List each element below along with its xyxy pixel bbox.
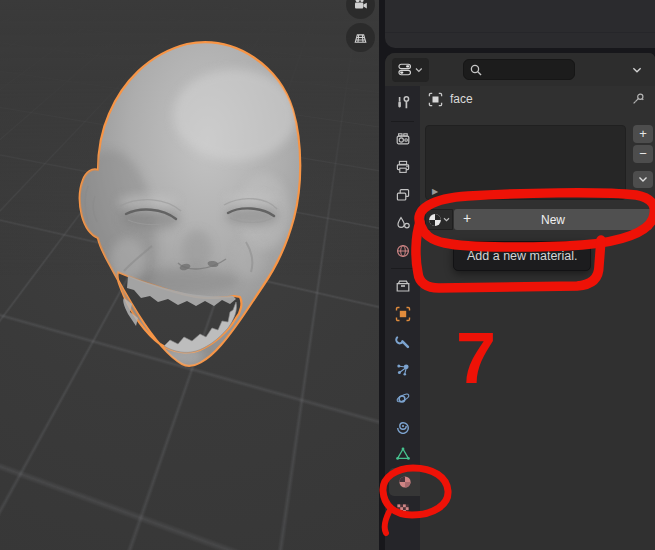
- tab-modifiers[interactable]: [385, 328, 420, 356]
- chevron-down-icon: [443, 217, 450, 222]
- orthographic-grid-button[interactable]: [346, 23, 375, 52]
- camera-icon: [353, 0, 369, 13]
- annotation-step-number: 7: [456, 322, 496, 394]
- object-icon: [428, 92, 443, 107]
- constraint-spiral-icon: [395, 418, 411, 434]
- breadcrumb: face: [420, 86, 655, 112]
- blender-window: face ▶: [0, 0, 655, 550]
- search-input[interactable]: [486, 62, 568, 78]
- view-layer-icon: [395, 187, 411, 203]
- slot-expand-triangle[interactable]: ▶: [432, 188, 438, 196]
- search-icon: [470, 64, 482, 76]
- texture-checker-icon: [395, 502, 411, 518]
- pin-icon: [631, 92, 645, 106]
- tab-scene[interactable]: [385, 209, 420, 237]
- add-slot-button[interactable]: +: [633, 125, 653, 143]
- slot-list-resize-grip[interactable]: [518, 188, 533, 194]
- pin-button[interactable]: [631, 92, 645, 106]
- collection-box-icon: [395, 278, 411, 294]
- slot-specials-button[interactable]: [633, 171, 653, 188]
- tab-material[interactable]: [389, 468, 420, 496]
- grid-icon: [352, 29, 369, 46]
- tab-view-layer[interactable]: [385, 181, 420, 209]
- wrench-icon: [395, 334, 411, 350]
- tab-object-data[interactable]: [385, 440, 420, 468]
- material-slot-list[interactable]: ▶: [425, 125, 626, 200]
- slot-operations: + −: [633, 125, 653, 200]
- object-square-icon: [395, 306, 411, 322]
- tab-constraints[interactable]: [385, 412, 420, 440]
- properties-tab-strip: [385, 86, 420, 550]
- tab-particles[interactable]: [385, 356, 420, 384]
- world-globe-icon: [395, 243, 411, 259]
- render-camera-icon: [395, 131, 411, 147]
- tab-physics[interactable]: [385, 384, 420, 412]
- tab-collection[interactable]: [385, 272, 420, 300]
- output-printer-icon: [395, 159, 411, 175]
- browse-material-button[interactable]: [425, 209, 453, 230]
- scene-object-head[interactable]: [0, 0, 379, 550]
- new-material-label: New: [541, 213, 565, 227]
- chevron-down-icon: [632, 66, 642, 74]
- remove-slot-button[interactable]: −: [633, 145, 653, 163]
- search-box[interactable]: [463, 59, 575, 80]
- tab-separator: [391, 121, 414, 122]
- properties-header: [385, 53, 655, 86]
- outliner-editor: [385, 0, 655, 48]
- tool-icon: [395, 95, 411, 111]
- particles-icon: [395, 362, 411, 378]
- tooltip: Add a new material.: [453, 241, 591, 271]
- material-sphere-icon: [397, 474, 413, 490]
- properties-editor-icon: [398, 63, 413, 76]
- tab-render[interactable]: [385, 125, 420, 153]
- tab-output[interactable]: [385, 153, 420, 181]
- tab-texture[interactable]: [385, 496, 420, 524]
- new-material-button[interactable]: + New: [454, 209, 652, 230]
- outliner-row-divider: [385, 32, 655, 33]
- material-properties-panel: face ▶: [420, 86, 655, 550]
- properties-editor: face ▶: [385, 53, 655, 550]
- editor-type-button[interactable]: [392, 58, 429, 82]
- scene-icon: [395, 215, 411, 231]
- chevron-down-icon: [415, 67, 423, 73]
- tab-world[interactable]: [385, 237, 420, 265]
- breadcrumb-object-name: face: [450, 92, 473, 106]
- chevron-down-icon: [638, 176, 648, 183]
- plus-icon: +: [463, 210, 471, 226]
- material-sphere-icon: [428, 213, 442, 227]
- tab-separator: [391, 268, 414, 269]
- 3d-viewport[interactable]: [0, 0, 379, 550]
- header-options-button[interactable]: [626, 59, 648, 81]
- tab-tool[interactable]: [385, 88, 420, 118]
- tab-object[interactable]: [385, 300, 420, 328]
- physics-orbit-icon: [395, 390, 411, 406]
- mesh-triangle-icon: [395, 446, 411, 462]
